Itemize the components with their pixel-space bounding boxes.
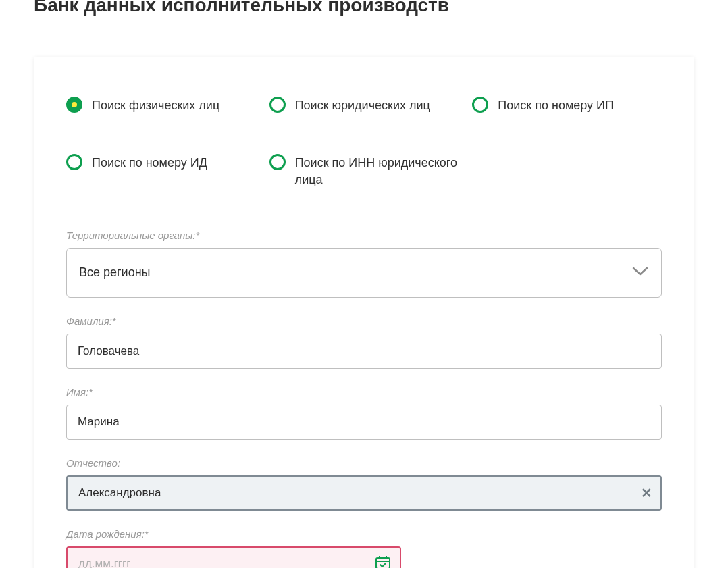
chevron-down-icon: [632, 267, 648, 279]
radio-icon: [269, 97, 286, 113]
patronymic-input[interactable]: [66, 475, 662, 511]
page-title: Банк данных исполнительных производств: [0, 0, 728, 16]
field-birthdate: Дата рождения:* дд.мм.гггг: [66, 528, 662, 568]
radio-legal-entities[interactable]: Поиск юридических лиц: [269, 97, 459, 114]
surname-input[interactable]: [66, 334, 662, 369]
field-surname: Фамилия:*: [66, 315, 662, 369]
clear-icon[interactable]: ✕: [641, 485, 652, 501]
radio-ip-number[interactable]: Поиск по номеру ИП: [472, 97, 662, 114]
radio-icon: [66, 154, 82, 170]
radio-individuals[interactable]: Поиск физических лиц: [66, 97, 256, 114]
radio-label: Поиск по ИНН юридического лица: [295, 155, 459, 188]
calendar-icon[interactable]: [375, 556, 390, 568]
search-type-radios: Поиск физических лиц Поиск юридических л…: [66, 97, 662, 189]
surname-label: Фамилия:*: [66, 315, 662, 327]
region-label: Территориальные органы:*: [66, 230, 662, 241]
birthdate-input-wrap[interactable]: дд.мм.гггг: [66, 546, 401, 568]
region-select[interactable]: Все регионы: [66, 248, 662, 298]
radio-label: Поиск по номеру ИП: [498, 97, 614, 114]
field-name: Имя:*: [66, 386, 662, 440]
search-panel: Поиск физических лиц Поиск юридических л…: [34, 57, 694, 568]
radio-inn[interactable]: Поиск по ИНН юридического лица: [269, 155, 459, 188]
radio-id-number[interactable]: Поиск по номеру ИД: [66, 155, 256, 188]
radio-icon: [472, 97, 488, 113]
radio-label: Поиск юридических лиц: [295, 97, 430, 114]
birthdate-placeholder: дд.мм.гггг: [78, 557, 130, 568]
radio-icon: [269, 154, 286, 170]
birthdate-label: Дата рождения:*: [66, 528, 662, 540]
radio-label: Поиск по номеру ИД: [92, 155, 207, 172]
name-input[interactable]: [66, 405, 662, 440]
birthdate-input[interactable]: дд.мм.гггг: [66, 546, 401, 568]
region-value: Все регионы: [79, 265, 151, 280]
field-region: Территориальные органы:* Все регионы: [66, 230, 662, 298]
name-label: Имя:*: [66, 386, 662, 398]
field-patronymic: Отчество: ✕: [66, 457, 662, 511]
radio-label: Поиск физических лиц: [92, 97, 219, 114]
radio-icon: [66, 97, 82, 113]
patronymic-label: Отчество:: [66, 457, 662, 469]
